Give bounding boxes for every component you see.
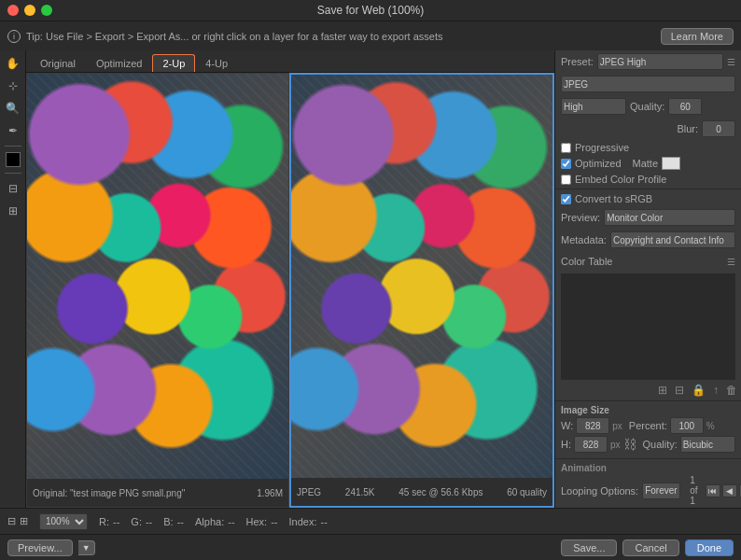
preset-menu-icon[interactable]: ☰: [727, 57, 735, 67]
new-color-icon[interactable]: ⊞: [658, 384, 667, 397]
minimize-button[interactable]: [24, 5, 35, 16]
height-input[interactable]: 828: [574, 436, 608, 453]
window-controls[interactable]: [7, 5, 52, 16]
zoom-item: 100%: [39, 513, 88, 530]
height-px-label: px: [610, 440, 621, 450]
done-button[interactable]: Done: [685, 539, 734, 556]
compression-select[interactable]: High: [561, 98, 626, 115]
optimized-checkbox[interactable]: [561, 159, 571, 169]
tip-bar: i Tip: Use File > Export > Export As... …: [0, 21, 741, 50]
progressive-checkbox[interactable]: [561, 143, 571, 153]
anim-first-button[interactable]: ⏮: [706, 484, 720, 497]
embed-color-label: Embed Color Profile: [575, 174, 666, 185]
original-artwork: [27, 74, 288, 479]
toolbar-separator: [5, 146, 21, 147]
looping-select[interactable]: Forever: [642, 483, 680, 499]
hand-tool[interactable]: ✋: [4, 54, 22, 73]
optimized-image: [291, 75, 552, 478]
shift-icon[interactable]: ↑: [713, 384, 719, 397]
embed-color-checkbox[interactable]: [561, 175, 571, 185]
maximize-button[interactable]: [41, 5, 52, 16]
matte-label: Matte: [633, 158, 659, 169]
optimized-label: Optimized: [575, 158, 622, 169]
optimized-filesize: 241.5K: [345, 487, 375, 497]
width-px-label: px: [612, 421, 622, 431]
slice-view-icon[interactable]: ⊟: [7, 515, 16, 527]
format-row: JPEG: [555, 73, 741, 95]
quality-input[interactable]: 60: [668, 98, 702, 115]
left-toolbar: ✋ ⊹ 🔍 ✒ ⊟ ⊞: [0, 50, 26, 508]
tab-original[interactable]: Original: [30, 54, 86, 72]
tab-2up[interactable]: 2-Up: [152, 54, 195, 72]
preview-button[interactable]: Preview...: [7, 539, 73, 556]
toggle-view[interactable]: ⊞: [4, 202, 22, 220]
percent-sign: %: [706, 421, 715, 431]
color-swatch[interactable]: [6, 152, 21, 167]
lock-icon[interactable]: 🔒: [692, 384, 706, 397]
resample-quality-label: Quality:: [643, 439, 678, 450]
r-label: R:: [99, 516, 109, 527]
optimized-pane[interactable]: JPEG 241.5K 45 sec @ 56.6 Kbps 60 qualit…: [289, 73, 554, 508]
g-label: G:: [131, 516, 142, 527]
preview-label: Preview:: [561, 212, 600, 223]
chain-link-icon[interactable]: ⛓: [623, 437, 636, 452]
animation-controls: ⏮ ◀ ▶ ▶▶ ⏭: [706, 484, 741, 497]
original-pane[interactable]: Original: "test image PNG small.png" 1.9…: [26, 73, 289, 508]
optimized-pane-info: JPEG 241.5K 45 sec @ 56.6 Kbps 60 qualit…: [291, 478, 552, 506]
hex-label: Hex:: [246, 516, 268, 527]
animation-row: Looping Options: Forever 1 of 1 ⏮ ◀ ▶ ▶▶…: [561, 475, 735, 506]
color-table-menu-icon[interactable]: ☰: [727, 257, 735, 267]
action-left: Preview... ▼: [7, 539, 95, 556]
tab-optimized[interactable]: Optimized: [86, 54, 153, 72]
looping-label: Looping Options:: [561, 485, 638, 497]
optimized-quality: 60 quality: [507, 487, 547, 497]
image-size-title: Image Size: [561, 405, 735, 415]
main-layout: ✋ ⊹ 🔍 ✒ ⊟ ⊞ Original Optimized 2-Up 4-Up: [0, 50, 741, 508]
zoom-select[interactable]: 100%: [39, 513, 88, 530]
trash-icon[interactable]: 🗑: [726, 384, 737, 397]
preview-arrow-button[interactable]: ▼: [78, 540, 95, 555]
format-select[interactable]: JPEG: [561, 76, 735, 92]
convert-srgb-label: Convert to sRGB: [575, 193, 652, 204]
web-snap-icon[interactable]: ⊟: [675, 384, 684, 397]
convert-srgb-row: Convert to sRGB: [555, 191, 741, 206]
alpha-value: --: [228, 516, 234, 527]
embed-color-row: Embed Color Profile: [555, 172, 741, 187]
progressive-row: Progressive: [555, 140, 741, 155]
index-label: Index:: [289, 516, 317, 527]
original-filesize: 1.96M: [257, 488, 283, 498]
convert-srgb-checkbox[interactable]: [561, 194, 571, 204]
blur-row: Blur: 0: [555, 118, 741, 140]
metadata-select[interactable]: Copyright and Contact Info: [610, 231, 735, 248]
toggle-slices[interactable]: ⊟: [4, 179, 22, 198]
layer-view-icon[interactable]: ⊞: [20, 515, 28, 527]
progressive-label: Progressive: [575, 142, 629, 153]
hex-value: --: [271, 516, 277, 527]
percent-label: Percent:: [629, 420, 667, 431]
index-value: --: [320, 516, 327, 527]
width-input[interactable]: 828: [576, 417, 609, 434]
preview-select[interactable]: Monitor Color: [604, 209, 735, 226]
r-value: --: [113, 516, 119, 527]
b-label: B:: [163, 516, 173, 527]
preset-select[interactable]: JPEG High: [597, 53, 723, 70]
tab-4up[interactable]: 4-Up: [195, 54, 238, 72]
cancel-button[interactable]: Cancel: [622, 539, 678, 556]
blur-input[interactable]: 0: [702, 120, 735, 137]
animation-title: Animation: [561, 463, 735, 473]
percent-input[interactable]: 100: [670, 417, 704, 434]
resample-select[interactable]: Bicubic: [680, 436, 735, 453]
close-button[interactable]: [7, 5, 19, 16]
optimized-format: JPEG: [297, 487, 321, 497]
zoom-tool[interactable]: 🔍: [4, 99, 22, 118]
status-bar: ⊟ ⊞ 100% R: -- G: -- B: -- Alpha: -- Hex…: [0, 508, 741, 534]
anim-prev-button[interactable]: ◀: [722, 484, 737, 497]
image-size-h-row: H: 828 px ⛓ Quality: Bicubic: [561, 436, 735, 453]
matte-swatch[interactable]: [662, 157, 680, 170]
save-button[interactable]: Save...: [561, 539, 617, 556]
color-r-item: R: --: [99, 516, 119, 527]
slice-tool[interactable]: ⊹: [4, 77, 22, 95]
learn-more-button[interactable]: Learn More: [661, 28, 734, 45]
eyedropper-tool[interactable]: ✒: [4, 121, 22, 140]
right-panel: Preset: JPEG High ☰ JPEG High Quality: 6…: [554, 50, 741, 508]
